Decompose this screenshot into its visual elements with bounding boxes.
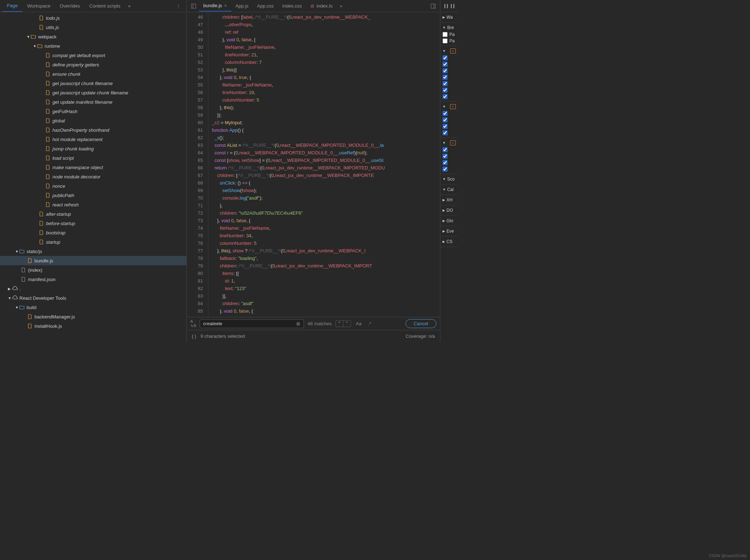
tree-item[interactable]: node module decorator <box>0 172 186 181</box>
section-arrow-icon[interactable]: ▼ <box>443 177 446 181</box>
tree-item[interactable]: getFullHash <box>0 107 186 116</box>
checkbox-row[interactable] <box>443 110 456 117</box>
search-case-toggle[interactable]: Aa <box>355 321 363 326</box>
pretty-print-icon[interactable]: { } <box>192 333 196 339</box>
tree-item[interactable]: utils.js <box>0 23 186 32</box>
checkbox[interactable] <box>443 117 448 122</box>
checkbox[interactable] <box>443 75 448 80</box>
section-arrow-icon[interactable]: ▶ <box>443 209 445 212</box>
nav-tab-workspace[interactable]: Workspace <box>22 0 55 11</box>
tree-item[interactable]: (index) <box>0 265 186 275</box>
checkbox-row[interactable] <box>443 117 456 123</box>
tree-arrow-icon[interactable]: ▶ <box>8 287 11 291</box>
editor-tab[interactable]: App.css <box>253 0 278 11</box>
search-clear-icon[interactable]: ⊗ <box>296 321 301 327</box>
tree-item[interactable]: compat get default export <box>0 51 186 60</box>
nav-tabs-more-icon[interactable]: » <box>125 3 133 9</box>
tree-item[interactable]: ▼build <box>0 303 186 312</box>
tree-item[interactable]: startup <box>0 237 186 247</box>
tree-item[interactable]: global <box>0 116 186 125</box>
section-arrow-icon[interactable]: ▼ <box>443 188 446 191</box>
search-next-icon[interactable]: ˅ <box>343 321 351 327</box>
tree-item[interactable]: nonce <box>0 181 186 191</box>
section-arrow-icon[interactable]: ▼ <box>443 105 446 108</box>
code-editor[interactable]: 4647484950515253545556575859606162636465… <box>187 12 440 317</box>
section-arrow-icon[interactable]: ▼ <box>443 26 446 29</box>
search-regex-toggle[interactable]: .* <box>366 321 372 326</box>
checkbox-row[interactable] <box>443 159 456 166</box>
tree-item[interactable]: before-startup <box>0 219 186 228</box>
debugger-section[interactable]: ▶DO <box>440 205 458 216</box>
tree-item[interactable]: ▼runtime <box>0 41 186 51</box>
debugger-section[interactable]: ▼Cal <box>440 185 458 195</box>
tree-item[interactable]: get javascript chunk filename <box>0 79 186 88</box>
checkbox[interactable] <box>443 160 448 165</box>
checkbox-row[interactable] <box>443 146 456 153</box>
section-arrow-icon[interactable]: ▶ <box>443 198 445 202</box>
checkbox-row[interactable] <box>443 61 456 67</box>
tree-item[interactable]: jsonp chunk loading <box>0 144 186 153</box>
section-arrow-icon[interactable]: ▶ <box>443 240 445 243</box>
debugger-section[interactable]: ▶XH <box>440 195 458 205</box>
section-arrow-icon[interactable]: ▼ <box>443 141 446 145</box>
editor-tab[interactable]: bundle.js× <box>199 0 231 11</box>
pause-icon-2[interactable] <box>450 4 455 9</box>
checkbox-row[interactable]: Pa <box>443 31 456 38</box>
checkbox[interactable] <box>443 154 448 159</box>
tree-item[interactable]: bundle.js <box>0 256 186 265</box>
tree-arrow-icon[interactable]: ▼ <box>33 44 37 48</box>
tree-item[interactable]: ▼static/js <box>0 247 186 256</box>
checkbox[interactable] <box>443 167 448 172</box>
checkbox-row[interactable] <box>443 130 456 136</box>
checkbox[interactable] <box>443 68 448 73</box>
checkbox-row[interactable] <box>443 93 456 100</box>
editor-tabs-more-icon[interactable]: » <box>337 3 345 9</box>
tree-item[interactable]: publicPath <box>0 191 186 200</box>
tree-arrow-icon[interactable]: ▼ <box>8 296 11 300</box>
checkbox-row[interactable] <box>443 153 456 159</box>
tree-item[interactable]: todo.js <box>0 13 186 23</box>
toggle-debugger-icon[interactable] <box>428 4 439 9</box>
tree-item[interactable]: ensure chunk <box>0 69 186 79</box>
checkbox[interactable] <box>443 32 448 37</box>
debugger-section[interactable]: ▶Eve <box>440 226 458 237</box>
checkbox[interactable] <box>443 88 448 93</box>
section-arrow-icon[interactable]: ▶ <box>443 219 445 223</box>
tree-item[interactable]: make namespace object <box>0 163 186 172</box>
nav-menu-icon[interactable]: ⋮ <box>172 3 184 9</box>
checkbox-row[interactable] <box>443 123 456 130</box>
tree-item[interactable]: get javascript update chunk filename <box>0 88 186 97</box>
tree-item[interactable]: manifest.json <box>0 275 186 284</box>
checkbox[interactable] <box>443 94 448 99</box>
checkbox-row[interactable] <box>443 166 456 172</box>
debugger-section[interactable]: ▼‹› <box>440 102 458 138</box>
tree-item[interactable]: backendManager.js <box>0 312 186 321</box>
checkbox[interactable] <box>443 38 448 43</box>
tree-item[interactable]: ▼webpack <box>0 32 186 41</box>
nav-tab-page[interactable]: Page <box>2 0 22 12</box>
tree-item[interactable]: installHook.js <box>0 321 186 331</box>
search-replace-icon[interactable]: A↳B <box>190 319 196 328</box>
debugger-section[interactable]: ▼BrePaPa <box>440 23 458 46</box>
file-tree[interactable]: todo.jsutils.js▼webpack▼runtimecompat ge… <box>0 12 186 342</box>
editor-tab[interactable]: index.css <box>278 0 306 11</box>
tree-item[interactable]: get update manifest filename <box>0 97 186 107</box>
checkbox-row[interactable] <box>443 87 456 93</box>
checkbox-row[interactable] <box>443 55 456 61</box>
checkbox-row[interactable] <box>443 74 456 80</box>
editor-tab[interactable]: ⊘index.ts <box>306 0 337 11</box>
checkbox-row[interactable]: Pa <box>443 38 456 44</box>
checkbox[interactable] <box>443 130 448 135</box>
search-input[interactable] <box>203 321 296 326</box>
section-arrow-icon[interactable]: ▶ <box>443 15 445 19</box>
debugger-section[interactable]: ▼‹› <box>440 138 458 174</box>
close-icon[interactable]: × <box>224 3 227 8</box>
tree-item[interactable]: react refresh <box>0 200 186 209</box>
tree-item[interactable]: load script <box>0 153 186 163</box>
tree-item[interactable]: define property getters <box>0 60 186 69</box>
debugger-section[interactable]: ▼‹› <box>440 46 458 102</box>
tree-arrow-icon[interactable]: ▼ <box>15 305 19 309</box>
debugger-section[interactable]: ▶Glo <box>440 216 458 226</box>
checkbox[interactable] <box>443 147 448 152</box>
toggle-navigator-icon[interactable] <box>188 4 199 9</box>
